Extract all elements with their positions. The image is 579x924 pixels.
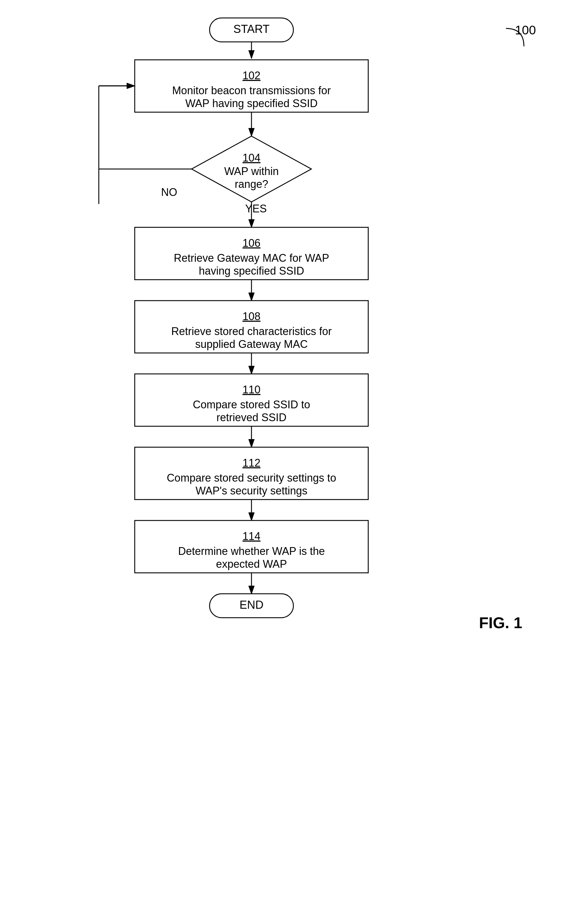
step-114-line1: Determine whether WAP is the <box>178 545 325 557</box>
step-114-number: 114 <box>242 530 260 542</box>
step-104-number: 104 <box>242 152 260 164</box>
step-108-line2: supplied Gateway MAC <box>195 338 308 350</box>
step-104-line1: WAP within <box>224 165 279 178</box>
step-106-number: 106 <box>242 237 260 249</box>
step-104-line2: range? <box>235 178 268 190</box>
end-label: END <box>239 598 263 611</box>
step-112-line1: Compare stored security settings to <box>167 472 336 484</box>
step-110-number: 110 <box>242 383 260 396</box>
figure-label: FIG. 1 <box>479 614 522 631</box>
reference-number: 100 <box>515 23 536 37</box>
step-108-line1: Retrieve stored characteristics for <box>171 325 332 337</box>
step-110-line1: Compare stored SSID to <box>193 398 310 411</box>
step-108-number: 108 <box>242 310 260 323</box>
step-102-number: 102 <box>242 69 260 81</box>
yes-label: YES <box>245 202 267 215</box>
step-112-line2: WAP's security settings <box>196 485 307 497</box>
step-112-number: 112 <box>242 457 260 469</box>
diagram-container: 100 START 102 Monitor beacon transmissio… <box>0 0 579 924</box>
step-114-line2: expected WAP <box>216 558 287 570</box>
no-label: NO <box>161 186 177 198</box>
step-106-line2: having specified SSID <box>199 265 304 277</box>
step-102-line2: WAP having specified SSID <box>185 97 317 109</box>
step-102-line1: Monitor beacon transmissions for <box>172 84 331 97</box>
start-label: START <box>233 23 270 35</box>
step-110-line2: retrieved SSID <box>216 411 286 424</box>
step-106-line1: Retrieve Gateway MAC for WAP <box>174 252 329 264</box>
